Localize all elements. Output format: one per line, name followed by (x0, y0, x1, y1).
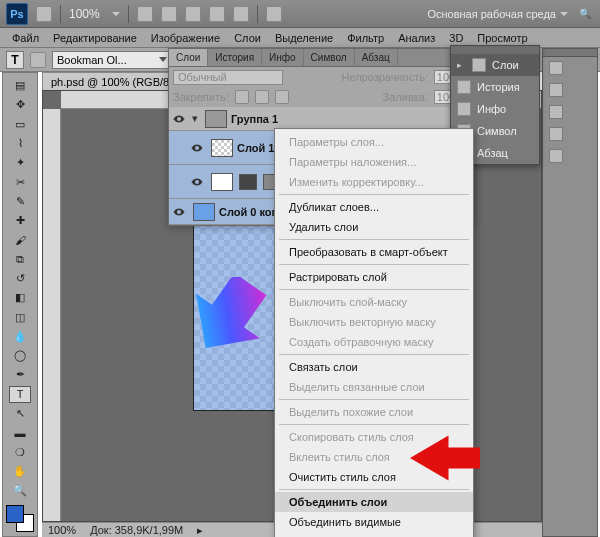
mi-merge-visible[interactable]: Объединить видимые (275, 512, 473, 532)
healing-tool[interactable]: ✚ (9, 212, 31, 229)
zoom-tool[interactable]: 🔍 (9, 482, 31, 499)
blur-tool[interactable]: 💧 (9, 328, 31, 345)
toolbox: ▤ ✥ ▭ ⌇ ✦ ✂ ✎ ✚ 🖌 ⧉ ↺ ◧ ◫ 💧 ◯ ✒ T ↖ ▬ ❍ … (2, 72, 38, 537)
wand-tool[interactable]: ✦ (9, 154, 31, 171)
eye-icon[interactable] (187, 142, 207, 154)
lasso-tool[interactable]: ⌇ (9, 135, 31, 152)
bridge-icon[interactable] (36, 6, 52, 22)
menu-3d[interactable]: 3D (443, 30, 469, 46)
mi-create-clip: Создать обтравочную маску (275, 332, 473, 352)
mi-clear-style[interactable]: Очистить стиль слоя (275, 467, 473, 487)
tab-paragraph[interactable]: Абзац (355, 49, 398, 66)
search-icon[interactable]: 🔍 (576, 5, 594, 23)
artwork-arrow-down (189, 277, 267, 355)
layer-thumb (211, 139, 233, 157)
dock-history-icon[interactable] (543, 79, 597, 101)
mi-link[interactable]: Связать слои (275, 357, 473, 377)
menu-image[interactable]: Изображение (145, 30, 226, 46)
dodge-tool[interactable]: ◯ (9, 347, 31, 364)
menu-filter[interactable]: Фильтр (341, 30, 390, 46)
hand-icon[interactable] (137, 6, 153, 22)
ps-logo: Ps (6, 3, 28, 25)
mi-disable-vector: Выключить векторную маску (275, 312, 473, 332)
dock-layers-icon[interactable] (543, 57, 597, 79)
mi-rasterize[interactable]: Растрировать слой (275, 267, 473, 287)
tab-history[interactable]: История (208, 49, 262, 66)
toolbox-handle[interactable]: ▤ (9, 77, 31, 94)
menu-edit[interactable]: Редактирование (47, 30, 143, 46)
mi-flatten[interactable]: Выполнить сведение (275, 532, 473, 537)
lock-label: Закрепить: (173, 91, 229, 103)
stamp-tool[interactable]: ⧉ (9, 251, 31, 268)
mi-duplicate[interactable]: Дубликат слоев... (275, 197, 473, 217)
mi-merge-layers[interactable]: Объединить слои (275, 492, 473, 512)
mi-blending-options: Параметры наложения... (275, 152, 473, 172)
layer-name: Группа 1 (231, 113, 278, 125)
rotate-view-icon[interactable] (185, 6, 201, 22)
orientation-icon[interactable] (30, 52, 46, 68)
fly-history[interactable]: История (451, 76, 539, 98)
marquee-tool[interactable]: ▭ (9, 116, 31, 133)
fly-layers[interactable]: ▸Слои (451, 54, 539, 76)
menu-layers[interactable]: Слои (228, 30, 267, 46)
lock-pixels-icon[interactable] (235, 90, 249, 104)
brush-tool[interactable]: 🖌 (9, 231, 31, 248)
mi-convert-smart[interactable]: Преобразовать в смарт-объект (275, 242, 473, 262)
eraser-tool[interactable]: ◧ (9, 289, 31, 306)
zoom-icon[interactable] (161, 6, 177, 22)
mi-disable-mask: Выключить слой-маску (275, 292, 473, 312)
info-icon (457, 102, 471, 116)
mi-copy-style: Скопировать стиль слоя (275, 427, 473, 447)
layer-thumb (211, 173, 233, 191)
type-tool[interactable]: T (9, 386, 31, 403)
tab-symbol[interactable]: Символ (304, 49, 355, 66)
status-menu-icon[interactable]: ▸ (197, 524, 203, 537)
ruler-vertical (43, 109, 61, 521)
fly-info[interactable]: Инфо (451, 98, 539, 120)
menu-view[interactable]: Просмотр (471, 30, 533, 46)
menu-analysis[interactable]: Анализ (392, 30, 441, 46)
eye-icon[interactable] (169, 113, 189, 125)
workspace-switcher[interactable]: Основная рабочая среда (427, 7, 568, 21)
eye-icon[interactable] (187, 176, 207, 188)
pen-tool[interactable]: ✒ (9, 366, 31, 383)
color-swatches[interactable] (6, 505, 34, 532)
shape-tool[interactable]: ▬ (9, 424, 31, 441)
layer-context-menu: Параметры слоя... Параметры наложения...… (274, 128, 474, 537)
path-tool[interactable]: ↖ (9, 405, 31, 422)
menu-select[interactable]: Выделение (269, 30, 339, 46)
mi-edit-adjustment: Изменить корректировку... (275, 172, 473, 192)
menu-file[interactable]: Файл (6, 30, 45, 46)
type-tool-icon[interactable]: T (6, 51, 24, 69)
opacity-label: Непрозрачность: (342, 71, 428, 83)
tab-info[interactable]: Инфо (262, 49, 304, 66)
screenmode-icon[interactable] (233, 6, 249, 22)
dock-paragraph-icon[interactable] (543, 145, 597, 167)
mi-paste-style: Вклеить стиль слоя (275, 447, 473, 467)
dock-info-icon[interactable] (543, 101, 597, 123)
disclosure-icon[interactable]: ▾ (189, 112, 201, 125)
lock-position-icon[interactable] (255, 90, 269, 104)
history-icon (457, 80, 471, 94)
hand-tool[interactable]: ✋ (9, 463, 31, 480)
gradient-tool[interactable]: ◫ (9, 308, 31, 325)
crop-tool[interactable]: ✂ (9, 173, 31, 190)
tab-layers[interactable]: Слои (169, 49, 208, 66)
arrange-icon[interactable] (209, 6, 225, 22)
3d-tool[interactable]: ❍ (9, 443, 31, 460)
eye-icon[interactable] (169, 206, 189, 218)
toolbar-zoom[interactable]: 100% (69, 7, 100, 21)
move-tool[interactable]: ✥ (9, 96, 31, 113)
font-family-select[interactable]: Bookman Ol... (52, 51, 172, 69)
history-brush-tool[interactable]: ↺ (9, 270, 31, 287)
status-zoom[interactable]: 100% (48, 524, 76, 536)
lock-all-icon[interactable] (275, 90, 289, 104)
mi-delete[interactable]: Удалить слои (275, 217, 473, 237)
blend-mode-select[interactable]: Обычный (173, 70, 283, 85)
mi-select-linked: Выделить связанные слои (275, 377, 473, 397)
foreground-color[interactable] (6, 505, 24, 523)
layer-name: Слой 1 (237, 142, 274, 154)
eyedropper-tool[interactable]: ✎ (9, 193, 31, 210)
extras-icon[interactable] (266, 6, 282, 22)
dock-symbol-icon[interactable] (543, 123, 597, 145)
